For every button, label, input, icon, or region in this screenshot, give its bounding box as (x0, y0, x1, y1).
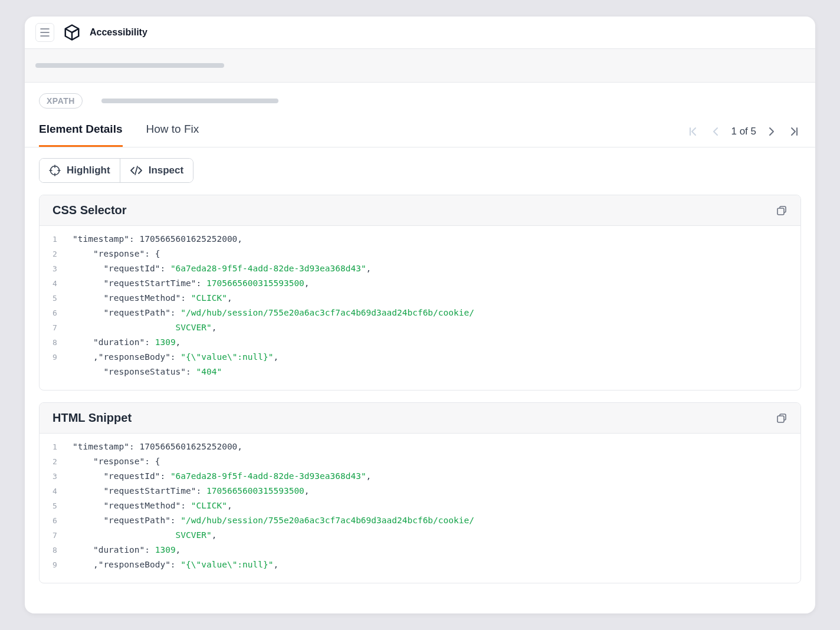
code-line: 2 "response": { (52, 454, 788, 469)
code-line: 8 "duration": 1309, (52, 543, 788, 557)
line-number: 3 (52, 261, 73, 276)
code-text: "timestamp": 1705665601625252000, (73, 439, 242, 454)
code-line: 2 "response": { (52, 247, 788, 261)
svg-rect-1 (777, 208, 784, 215)
html-snippet-code: 1"timestamp": 1705665601625252000,2 "res… (40, 434, 800, 583)
content-area: Highlight Inspect CSS Selector 1"timesta… (25, 147, 815, 594)
code-line: 7 SVCVER", (52, 528, 788, 543)
code-icon (130, 165, 143, 176)
subheader (25, 49, 815, 83)
line-number: 9 (52, 350, 73, 365)
css-selector-code: 1"timestamp": 1705665601625252000,2 "res… (40, 226, 800, 390)
copy-button[interactable] (776, 205, 788, 216)
code-text: "requestMethod": "CLICK", (73, 498, 232, 513)
line-number: 2 (52, 247, 73, 261)
tab-element-details[interactable]: Element Details (39, 116, 123, 147)
chevron-first-icon (688, 126, 698, 137)
xpath-badge: XPATH (39, 93, 83, 109)
chevron-right-icon (767, 127, 776, 136)
code-text: "requestId": "6a7eda28-9f5f-4add-82de-3d… (73, 261, 371, 276)
code-line: 5 "requestMethod": "CLICK", (52, 498, 788, 513)
code-text: "response": { (73, 247, 160, 261)
code-line: 7 SVCVER", (52, 320, 788, 335)
inspect-button[interactable]: Inspect (120, 159, 193, 182)
line-number: 4 (52, 484, 73, 498)
line-number: 6 (52, 306, 73, 320)
menu-button[interactable] (35, 23, 54, 42)
code-text: ,"responseBody": "{\"value\":null}", (73, 350, 278, 365)
tabs-row: Element Details How to Fix 1 of 5 (25, 116, 815, 147)
line-number: 7 (52, 528, 73, 543)
line-number: 9 (52, 557, 73, 572)
line-number: 6 (52, 513, 73, 528)
code-line: 3 "requestId": "6a7eda28-9f5f-4add-82de-… (52, 261, 788, 276)
code-line: 8 "duration": 1309, (52, 335, 788, 350)
pager-text: 1 of 5 (731, 126, 756, 137)
skeleton-line (101, 99, 278, 103)
code-line: 0 "responseStatus": "404" (52, 365, 788, 379)
line-number: 4 (52, 276, 73, 291)
app-title: Accessibility (90, 27, 147, 38)
code-text: "responseStatus": "404" (73, 365, 222, 379)
code-line: 6 "requestPath": "/wd/hub/session/755e20… (52, 513, 788, 528)
html-snippet-title: HTML Snippet (52, 411, 132, 425)
code-line: 9 ,"responseBody": "{\"value\":null}", (52, 350, 788, 365)
line-number: 1 (52, 232, 73, 247)
code-text: "requestId": "6a7eda28-9f5f-4add-82de-3d… (73, 469, 371, 484)
code-text: ,"responseBody": "{\"value\":null}", (73, 557, 278, 572)
line-number: 1 (52, 439, 73, 454)
line-number: 2 (52, 454, 73, 469)
tabs: Element Details How to Fix (39, 116, 199, 147)
pager: 1 of 5 (686, 124, 801, 139)
code-text: SVCVER", (73, 528, 216, 543)
code-line: 1"timestamp": 1705665601625252000, (52, 232, 788, 247)
pager-next-button[interactable] (764, 124, 779, 139)
code-line: 9 ,"responseBody": "{\"value\":null}", (52, 557, 788, 572)
code-text: "duration": 1309, (73, 543, 181, 557)
app-window: Accessibility XPATH Element Details How … (25, 17, 815, 613)
code-text: "requestStartTime": 1705665600315593500, (73, 484, 310, 498)
copy-icon (776, 205, 788, 216)
line-number: 7 (52, 320, 73, 335)
code-line: 5 "requestMethod": "CLICK", (52, 291, 788, 306)
html-snippet-card: HTML Snippet 1"timestamp": 1705665601625… (39, 402, 801, 583)
svg-rect-2 (777, 416, 784, 422)
line-number: 8 (52, 543, 73, 557)
code-line: 3 "requestId": "6a7eda28-9f5f-4add-82de-… (52, 469, 788, 484)
code-text: "duration": 1309, (73, 335, 181, 350)
card-head: HTML Snippet (40, 403, 800, 434)
code-text: "response": { (73, 454, 160, 469)
code-text: "timestamp": 1705665601625252000, (73, 232, 242, 247)
line-number: 3 (52, 469, 73, 484)
xpath-row: XPATH (25, 83, 815, 116)
code-text: "requestMethod": "CLICK", (73, 291, 232, 306)
line-number: 5 (52, 291, 73, 306)
app-header: Accessibility (25, 17, 815, 49)
pager-first-button[interactable] (686, 124, 700, 139)
css-selector-title: CSS Selector (52, 204, 127, 217)
card-head: CSS Selector (40, 195, 800, 226)
pager-last-button[interactable] (787, 124, 801, 139)
code-text: "requestPath": "/wd/hub/session/755e20a6… (73, 513, 474, 528)
inspect-label: Inspect (149, 165, 184, 176)
copy-icon (776, 412, 788, 424)
copy-button[interactable] (776, 412, 788, 424)
pager-prev-button[interactable] (708, 124, 723, 139)
chevron-last-icon (789, 126, 799, 137)
app-logo (63, 23, 81, 42)
code-text: SVCVER", (73, 320, 216, 335)
code-line: 6 "requestPath": "/wd/hub/session/755e20… (52, 306, 788, 320)
code-line: 4 "requestStartTime": 170566560031559350… (52, 484, 788, 498)
skeleton-line (35, 63, 224, 68)
code-line: 1"timestamp": 1705665601625252000, (52, 439, 788, 454)
css-selector-card: CSS Selector 1"timestamp": 1705665601625… (39, 195, 801, 391)
logo-icon (63, 24, 81, 41)
chevron-left-icon (711, 127, 720, 136)
highlight-button[interactable]: Highlight (40, 159, 120, 182)
line-number: 8 (52, 335, 73, 350)
crosshair-icon (49, 165, 61, 176)
code-text: "requestStartTime": 1705665600315593500, (73, 276, 310, 291)
highlight-label: Highlight (67, 165, 110, 176)
code-line: 4 "requestStartTime": 170566560031559350… (52, 276, 788, 291)
tab-how-to-fix[interactable]: How to Fix (146, 116, 199, 147)
